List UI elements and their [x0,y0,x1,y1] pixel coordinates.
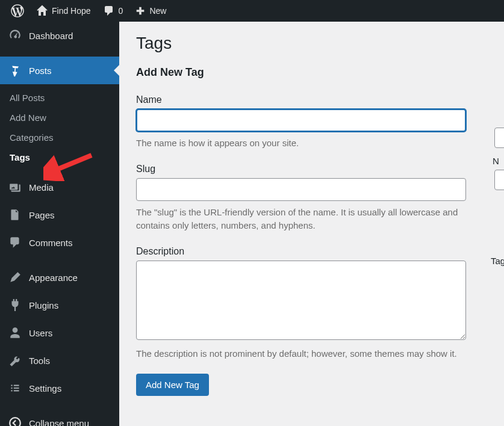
slug-help: The "slug" is the URL-friendly version o… [136,206,466,233]
search-tags-input[interactable] [494,128,504,148]
admin-sidebar: Dashboard Posts All Posts Add New Catego… [0,22,119,426]
sidebar-item-media[interactable]: Media [0,173,119,201]
tools-icon [8,354,22,367]
sidebar-item-comments[interactable]: Comments [0,229,119,256]
media-icon [8,181,22,194]
admin-toolbar: Find Hope 0 New [0,0,504,22]
new-content-link[interactable]: New [129,0,172,22]
submenu-all-posts[interactable]: All Posts [0,88,119,108]
sidebar-item-appearance[interactable]: Appearance [0,264,119,291]
sidebar-label: Comments [29,238,73,248]
site-name-label: Find Hope [52,6,91,16]
site-name-link[interactable]: Find Hope [30,0,97,22]
home-icon [36,5,48,17]
users-icon [8,326,22,339]
add-new-tag-button[interactable]: Add New Tag [136,374,209,396]
pages-icon [8,208,22,221]
name-input[interactable] [136,109,466,132]
new-label: New [149,6,166,16]
description-help: The description is not prominent by defa… [136,347,466,361]
comment-icon [103,5,115,17]
description-textarea[interactable] [136,261,466,340]
form-title: Add New Tag [136,66,487,79]
sidebar-item-plugins[interactable]: Plugins [0,291,119,319]
posts-submenu: All Posts Add New Categories Tags [0,84,119,173]
sidebar-label: Settings [29,383,61,394]
sidebar-label: Collapse menu [29,418,89,427]
sidebar-label: Posts [29,66,52,76]
comments-icon [8,236,22,249]
sidebar-item-settings[interactable]: Settings [0,374,119,402]
description-label: Description [136,246,466,257]
table-header-name-cropped: N [493,156,499,166]
wp-logo[interactable] [5,0,30,22]
settings-icon [8,381,22,395]
name-help: The name is how it appears on your site. [136,137,466,150]
dashboard-icon [8,29,22,42]
main-content: Tags Add New Tag Name The name is how it… [119,22,504,426]
submenu-categories[interactable]: Categories [0,128,119,147]
comments-count: 0 [119,6,123,16]
sidebar-label: Pages [29,210,55,220]
appearance-icon [8,271,22,284]
field-name: Name The name is how it appears on your … [136,94,466,150]
right-column-cropped: N Tag [491,22,504,426]
sidebar-item-posts[interactable]: Posts [0,57,119,84]
pin-icon [8,64,22,77]
slug-label: Slug [136,164,466,174]
page-title: Tags [136,34,487,53]
sidebar-label: Dashboard [29,31,73,41]
sidebar-label: Users [29,328,52,338]
sidebar-item-users[interactable]: Users [0,319,119,347]
field-slug: Slug The "slug" is the URL-friendly vers… [136,164,466,233]
bulk-action-select[interactable] [494,170,504,190]
field-description: Description The description is not promi… [136,246,466,361]
submenu-tags[interactable]: Tags [0,147,119,167]
sidebar-item-pages[interactable]: Pages [0,201,119,229]
submenu-add-new[interactable]: Add New [0,108,119,128]
collapse-icon [8,416,22,426]
slug-input[interactable] [136,178,466,201]
plus-icon [135,5,146,16]
sidebar-label: Tools [29,356,50,366]
sidebar-label: Plugins [29,300,58,310]
sidebar-label: Appearance [29,273,78,283]
sidebar-item-dashboard[interactable]: Dashboard [0,22,119,49]
sidebar-label: Media [29,182,54,193]
sidebar-collapse[interactable]: Collapse menu [0,409,119,426]
name-label: Name [136,94,466,105]
sidebar-item-tools[interactable]: Tools [0,347,119,374]
comments-link[interactable]: 0 [97,0,129,22]
table-header-tag-cropped: Tag [491,256,504,266]
plugins-icon [8,298,22,312]
